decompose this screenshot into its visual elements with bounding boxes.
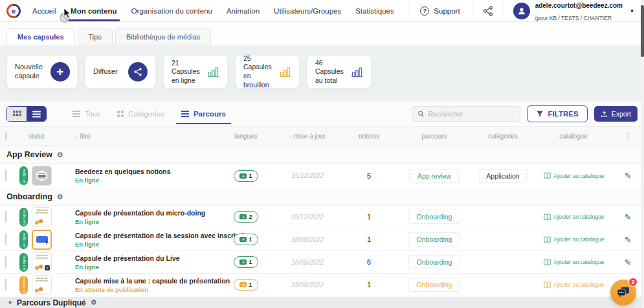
chat-widget-button[interactable]: 2 <box>610 280 636 305</box>
new-capsule-button[interactable]: Nouvelle capsule + <box>6 55 78 89</box>
filter-tab-tous[interactable]: Tous <box>72 102 100 126</box>
capsule-thumbnail[interactable]: Capsule de présentation × <box>32 252 52 272</box>
gear-icon[interactable]: ⚙ <box>57 151 63 159</box>
add-to-catalogue-button[interactable]: Ajouter au catalogue <box>535 236 612 243</box>
languages-badge[interactable]: A1 <box>234 170 258 182</box>
capsule-thumbnail[interactable] <box>32 166 52 186</box>
select-all-checkbox[interactable] <box>5 132 6 140</box>
section-header-app-review[interactable]: App Review ⚙ <box>0 146 644 163</box>
people-illustration-icon <box>35 263 44 270</box>
row-checkbox[interactable] <box>5 170 6 182</box>
nav-item-statistiques[interactable]: Statistiques <box>355 0 394 21</box>
filter-tab-parcours[interactable]: Parcours <box>181 102 226 126</box>
export-button[interactable]: Export <box>594 106 638 122</box>
parcours-chip[interactable]: Onboarding <box>408 232 461 247</box>
parcours-chip[interactable]: App review <box>409 169 460 183</box>
capsule-title[interactable]: Beedeez en quelques notions <box>75 168 217 175</box>
share-network-button[interactable] <box>472 6 504 16</box>
share-icon[interactable] <box>128 62 148 82</box>
row-checkbox[interactable] <box>5 210 6 223</box>
gear-icon[interactable]: ⚙ <box>57 193 63 201</box>
row-checkbox[interactable] <box>5 256 6 268</box>
capsule-status: En ligne <box>75 241 217 248</box>
tab-mes-capsules[interactable]: Mes capsules <box>6 28 75 45</box>
row-checkbox[interactable] <box>5 233 6 245</box>
sort-desc-icon[interactable]: ↓ <box>289 133 293 139</box>
table-row[interactable]: En ligne Beedeez en quelques notions En … <box>0 163 644 188</box>
nav-item-accueil[interactable]: Accueil <box>32 0 56 21</box>
parcours-chip[interactable]: Onboarding <box>408 278 461 292</box>
col-categories[interactable]: catégories <box>488 133 518 140</box>
add-to-catalogue-button[interactable]: Ajouter au catalogue <box>535 281 612 289</box>
col-langues[interactable]: langues <box>234 133 257 140</box>
grid-view-button[interactable] <box>7 107 27 121</box>
col-mise-a-jour[interactable]: mise à jour <box>294 133 326 140</box>
parcours-chip[interactable]: Onboarding <box>408 255 461 269</box>
edit-pencil-icon[interactable]: ✎ <box>612 212 644 222</box>
parcours-chip[interactable]: Onboarding <box>408 210 461 224</box>
add-to-catalogue-button[interactable]: Ajouter au catalogue <box>535 214 612 221</box>
table-row[interactable]: En attente Capsule de présentation Capsu… <box>0 273 644 296</box>
filter-tab-categories[interactable]: Catégories <box>117 102 164 126</box>
filters-button[interactable]: FILTRES <box>527 105 588 122</box>
plus-icon[interactable]: + <box>50 62 70 82</box>
languages-badge[interactable]: A1 <box>234 256 258 268</box>
capsule-thumbnail-selected[interactable] <box>32 230 52 250</box>
beedeez-logo-icon[interactable]: e <box>6 4 21 18</box>
page-scrollbar[interactable] <box>641 0 644 308</box>
column-options-icon[interactable]: ⋮ <box>612 131 644 140</box>
col-statut[interactable]: statut <box>28 133 44 140</box>
add-to-catalogue-button[interactable]: Ajouter au catalogue <box>535 172 612 179</box>
capsule-title[interactable]: Capsule de présentation du micro-doing <box>75 209 217 217</box>
col-titre[interactable]: titre <box>80 133 91 140</box>
tab-bibliotheque[interactable]: Bibliothèque de médias <box>115 28 211 45</box>
chevron-icon[interactable]: ▸ <box>9 298 12 305</box>
scrollbar-thumb[interactable] <box>641 5 644 57</box>
capsule-title[interactable]: Capsule de présentation de la session av… <box>75 232 217 239</box>
section-header-parcours-duplique[interactable]: ▸ Parcours Dupliqué ⚙ <box>0 297 644 308</box>
user-menu[interactable]: adele.courtot@beedeez.com (pour KB / TES… <box>504 0 638 23</box>
edit-pencil-icon[interactable]: ✎ <box>612 258 644 267</box>
language-flag-icon: A <box>239 259 247 265</box>
category-chip[interactable]: Application <box>479 169 526 183</box>
nav-item-animation[interactable]: Animation <box>227 0 260 21</box>
nav-item-organisation[interactable]: Organisation du contenu <box>131 0 212 21</box>
nav-item-mon-contenu[interactable]: Mon contenu <box>71 0 117 21</box>
list-view-button[interactable] <box>27 107 46 121</box>
chevron-down-icon[interactable]: ▾ <box>630 7 634 14</box>
languages-badge[interactable]: A1 <box>234 234 258 245</box>
languages-badge[interactable]: A1 <box>234 279 258 291</box>
main-nav: Accueil Mon contenu Organisation du cont… <box>32 0 394 21</box>
col-parcours[interactable]: parcours <box>422 133 447 140</box>
search-input[interactable] <box>428 110 514 118</box>
sort-desc-icon[interactable]: ↓ <box>75 133 78 139</box>
diffuse-button[interactable]: Diffuser <box>85 55 156 89</box>
section-header-onboarding[interactable]: Onboarding ⚙ <box>0 188 644 205</box>
capsule-thumbnail[interactable]: Capsule de présentation <box>32 275 52 295</box>
nav-item-utilisateurs[interactable]: Utilisateurs/Groupes <box>274 0 341 21</box>
edit-pencil-icon[interactable]: ✎ <box>612 171 644 181</box>
edit-pencil-icon[interactable]: ✎ <box>612 235 644 245</box>
table-row[interactable]: En ligne Capsule de présentation Capsule… <box>0 205 644 228</box>
stat-card-online[interactable]: 21 Capsules en ligne <box>163 55 228 89</box>
stat-count-total: 46 <box>315 59 346 68</box>
stat-card-total[interactable]: 46 Capsules au total <box>307 55 372 89</box>
col-notions[interactable]: notions <box>359 133 379 140</box>
capsule-title[interactable]: Capsule mise à la une : capsule de prése… <box>75 277 217 285</box>
table-row[interactable]: En ligne Capsule de présentation × Capsu… <box>0 250 644 273</box>
status-pill: En ligne <box>19 208 28 226</box>
capsule-thumbnail[interactable]: Capsule de présentation <box>32 207 52 227</box>
nav-right-area: ? Support adele.courtot@beedeez.com <box>408 0 638 21</box>
col-catalogue[interactable]: catalogue <box>559 133 587 140</box>
support-button[interactable]: ? Support <box>408 6 471 16</box>
gear-icon[interactable]: ⚙ <box>91 298 97 307</box>
tab-tips[interactable]: Tips <box>78 28 113 45</box>
capsule-title[interactable]: Capsule de présentation du Live <box>75 254 217 262</box>
user-email: adele.courtot@beedeez.com <box>535 2 623 9</box>
stat-card-draft[interactable]: 25 Capsules en brouillon <box>235 55 300 89</box>
row-checkbox[interactable] <box>5 278 6 291</box>
book-icon <box>543 281 551 289</box>
table-row[interactable]: En ligne Capsule de présentation de la s… <box>0 228 644 250</box>
languages-badge[interactable]: A2 <box>234 211 258 223</box>
add-to-catalogue-button[interactable]: Ajouter au catalogue <box>535 259 612 266</box>
